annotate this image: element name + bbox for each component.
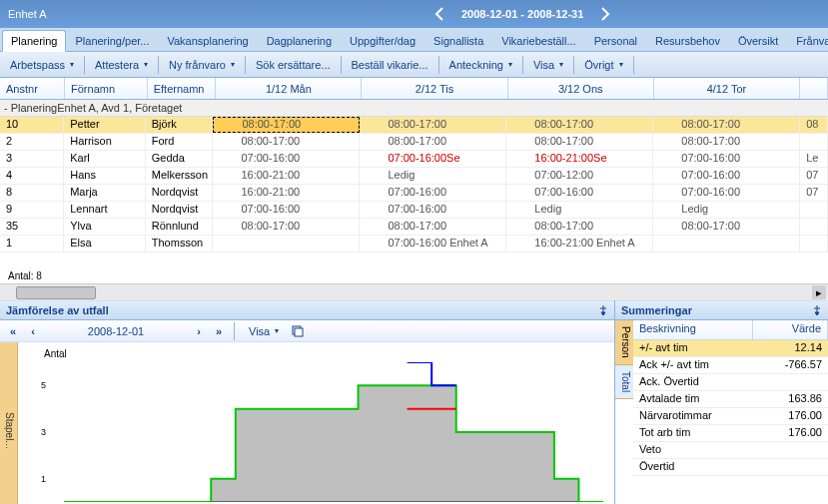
- grid-col-header[interactable]: Anstnr: [0, 78, 65, 99]
- cell-text[interactable]: Harrison: [64, 134, 146, 150]
- cell-time[interactable]: 08:00-17:00: [360, 219, 506, 235]
- cell-text[interactable]: 2: [0, 134, 64, 150]
- grid-col-header[interactable]: 3/12 Ons: [508, 78, 654, 99]
- toolbar-visa[interactable]: Visa: [527, 56, 569, 74]
- cell-time[interactable]: 07:00-16:00: [360, 185, 506, 201]
- copy-icon[interactable]: [291, 324, 305, 338]
- tab-vakansplanering[interactable]: Vakansplanering: [158, 30, 257, 51]
- last-icon[interactable]: »: [212, 324, 226, 338]
- tab-planering[interactable]: Planering: [2, 30, 66, 52]
- pin-icon[interactable]: [598, 305, 608, 315]
- toolbar-arbetspass[interactable]: Arbetspass: [4, 56, 80, 74]
- summary-row[interactable]: Ack. Övertid: [633, 374, 828, 391]
- cell-time[interactable]: 07: [800, 168, 828, 184]
- summary-row[interactable]: Veto: [633, 442, 828, 459]
- table-row[interactable]: 1ElsaThomsson07:00-16:00 Enhet A16:00-21…: [0, 236, 828, 252]
- cell-time[interactable]: [213, 236, 360, 252]
- cell-time[interactable]: 08:00-17:00: [360, 134, 506, 150]
- tab-planering-per-[interactable]: Planering/per...: [66, 30, 158, 51]
- cell-time[interactable]: 08:00-17:00: [653, 117, 800, 133]
- tab-uppgifter-dag[interactable]: Uppgifter/dag: [341, 30, 424, 51]
- cell-time[interactable]: [800, 219, 828, 235]
- cell-text[interactable]: Elsa: [64, 236, 146, 252]
- cell-time[interactable]: 07:00-16:00: [653, 168, 800, 184]
- cell-time[interactable]: 08:00-17:00: [653, 134, 800, 150]
- summary-row[interactable]: Ack +/- avt tim-766.57: [633, 357, 828, 374]
- prev-period-icon[interactable]: [433, 7, 445, 21]
- cell-text[interactable]: Hans: [64, 168, 146, 184]
- tab-signallista[interactable]: Signallista: [424, 30, 492, 51]
- table-row[interactable]: 3KarlGedda07:00-16:0007:00-16:00Se16:00-…: [0, 151, 828, 168]
- summary-col-desc[interactable]: Beskrivning: [633, 320, 753, 339]
- summary-col-value[interactable]: Värde: [753, 320, 828, 339]
- cell-text[interactable]: Melkersson: [146, 168, 214, 184]
- cell-time[interactable]: 08:00-17:00: [653, 219, 800, 235]
- cell-time[interactable]: 07:00-16:00: [360, 202, 506, 218]
- toolbar-anteckning[interactable]: Anteckning: [443, 56, 518, 74]
- cell-time[interactable]: 16:00-21:00: [213, 185, 360, 201]
- cell-time[interactable]: 07:00-12:00: [506, 168, 653, 184]
- table-row[interactable]: 8MarjaNordqvist16:00-21:0007:00-16:0007:…: [0, 185, 828, 202]
- cell-time[interactable]: 16:00-21:00: [213, 168, 360, 184]
- tab--versikt[interactable]: Översikt: [729, 30, 787, 51]
- cell-text[interactable]: Marja: [64, 185, 146, 201]
- tab-vikariebest-ll-[interactable]: Vikariebeställ...: [492, 30, 584, 51]
- cell-time[interactable]: 07:00-16:00: [213, 202, 360, 218]
- chart-visa-dropdown[interactable]: Visa: [243, 322, 285, 340]
- cell-text[interactable]: Ford: [146, 134, 214, 150]
- cell-time[interactable]: 08:00-17:00: [213, 117, 360, 133]
- cell-time[interactable]: 07: [800, 185, 828, 201]
- table-row[interactable]: 35YlvaRönnlund08:00-17:0008:00-17:0008:0…: [0, 219, 828, 236]
- toolbar-overflow-icon[interactable]: [812, 59, 824, 71]
- scroll-right-icon[interactable]: ▸: [812, 285, 826, 299]
- grid-col-header[interactable]: Efternamn: [148, 78, 217, 99]
- grid-group-header[interactable]: - PlaneringEnhet A, Avd 1, Företaget: [0, 100, 828, 117]
- toolbar-attestera[interactable]: Attestera: [89, 56, 154, 74]
- cell-time[interactable]: [653, 236, 800, 252]
- cell-time[interactable]: 07:00-16:00Se: [360, 151, 506, 167]
- toolbar-ny-fr-nvaro[interactable]: Ny frånvaro: [163, 56, 241, 74]
- grid-col-header[interactable]: [800, 78, 828, 99]
- cell-text[interactable]: Gedda: [146, 151, 214, 167]
- grid-col-header[interactable]: Förnamn: [65, 78, 148, 99]
- summary-row[interactable]: +/- avt tim12.14: [633, 340, 828, 357]
- scrollbar-thumb[interactable]: [16, 286, 96, 299]
- table-row[interactable]: 9LennartNordqvist07:00-16:0007:00-16:00L…: [0, 202, 828, 219]
- cell-time[interactable]: 08:00-17:00: [360, 117, 506, 133]
- tab-dagplanering[interactable]: Dagplanering: [258, 30, 341, 51]
- cell-time[interactable]: 07:00-16:00: [213, 151, 360, 167]
- first-icon[interactable]: «: [6, 324, 20, 338]
- prev-icon[interactable]: ‹: [26, 324, 40, 338]
- cell-text[interactable]: 3: [0, 151, 64, 167]
- cell-time[interactable]: Le: [800, 151, 828, 167]
- cell-time[interactable]: 07:00-16:00: [653, 151, 800, 167]
- cell-text[interactable]: 9: [0, 202, 64, 218]
- cell-time[interactable]: [800, 134, 828, 150]
- cell-time[interactable]: 08:00-17:00: [506, 117, 653, 133]
- tab-resursbehov[interactable]: Resursbehov: [646, 30, 729, 51]
- cell-time[interactable]: Ledig: [360, 168, 506, 184]
- cell-text[interactable]: Thomsson: [146, 236, 214, 252]
- cell-text[interactable]: Karl: [64, 151, 146, 167]
- grid-col-header[interactable]: 2/12 Tis: [362, 78, 507, 99]
- cell-time[interactable]: 07:00-16:00: [653, 185, 800, 201]
- cell-text[interactable]: 35: [0, 219, 64, 235]
- summary-side-tab-person[interactable]: Person: [615, 320, 633, 365]
- cell-text[interactable]: Petter: [64, 117, 146, 133]
- cell-text[interactable]: Nordqvist: [146, 202, 214, 218]
- pin-icon[interactable]: [812, 305, 822, 315]
- cell-time[interactable]: 07:00-16:00: [506, 185, 653, 201]
- cell-time[interactable]: 16:00-21:00 Enhet A: [506, 236, 653, 252]
- table-row[interactable]: 10PetterBjörk08:00-17:0008:00-17:0008:00…: [0, 117, 828, 134]
- cell-text[interactable]: Lennart: [64, 202, 146, 218]
- cell-time[interactable]: 08: [800, 117, 828, 133]
- cell-text[interactable]: 1: [0, 236, 64, 252]
- grid-scrollbar[interactable]: ▸: [0, 283, 828, 300]
- table-row[interactable]: 2HarrisonFord08:00-17:0008:00-17:0008:00…: [0, 134, 828, 151]
- cell-text[interactable]: Björk: [146, 117, 214, 133]
- cell-time[interactable]: [800, 236, 828, 252]
- grid-col-header[interactable]: 4/12 Tor: [654, 78, 800, 99]
- chart-side-tab[interactable]: Stapel...: [0, 342, 18, 504]
- summary-row[interactable]: Närvarotimmar176.00: [633, 408, 828, 425]
- tab-fr-nvaro-ver-[interactable]: Frånvaroöver...: [787, 30, 828, 51]
